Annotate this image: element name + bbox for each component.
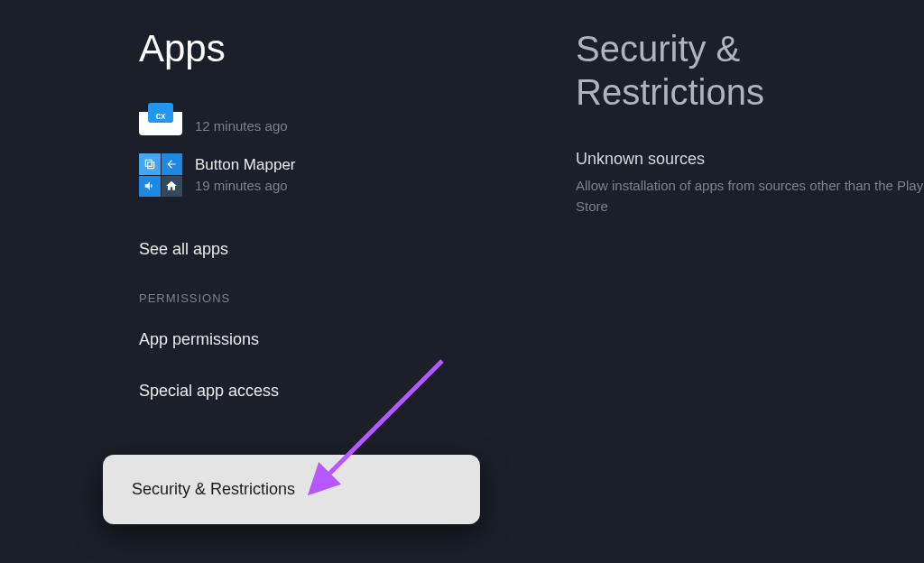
- volume-icon: [139, 176, 161, 198]
- see-all-apps[interactable]: See all apps: [139, 224, 559, 275]
- section-header-permissions: PERMISSIONS: [139, 291, 559, 305]
- detail-option-desc: Allow installation of apps from sources …: [576, 176, 924, 217]
- window-icon: [139, 153, 161, 175]
- selected-item-label: Security & Restrictions: [132, 480, 295, 498]
- recent-app-row[interactable]: cx 12 minutes ago: [139, 96, 559, 135]
- svg-rect-0: [145, 160, 152, 166]
- list-item-special-app-access[interactable]: Special app access: [139, 365, 559, 417]
- app-name: Button Mapper: [195, 155, 296, 175]
- page-title: Apps: [139, 27, 559, 70]
- recent-app-row[interactable]: Button Mapper 19 minutes ago: [139, 153, 559, 197]
- list-item-app-permissions[interactable]: App permissions: [139, 314, 559, 365]
- app-icon-cx: cx: [139, 112, 182, 135]
- svg-rect-1: [147, 162, 153, 168]
- app-icon-button-mapper: [139, 153, 182, 197]
- detail-right-pane: Security & Restrictions Unknown sources …: [559, 0, 924, 563]
- back-arrow-icon: [162, 153, 183, 175]
- detail-title: Security & Restrictions: [576, 27, 924, 114]
- detail-option-unknown-sources[interactable]: Unknown sources: [576, 150, 924, 169]
- app-time: 19 minutes ago: [195, 176, 296, 195]
- list-item-security-restrictions[interactable]: Security & Restrictions: [103, 455, 480, 524]
- app-time: 12 minutes ago: [195, 116, 288, 135]
- home-icon: [162, 176, 183, 198]
